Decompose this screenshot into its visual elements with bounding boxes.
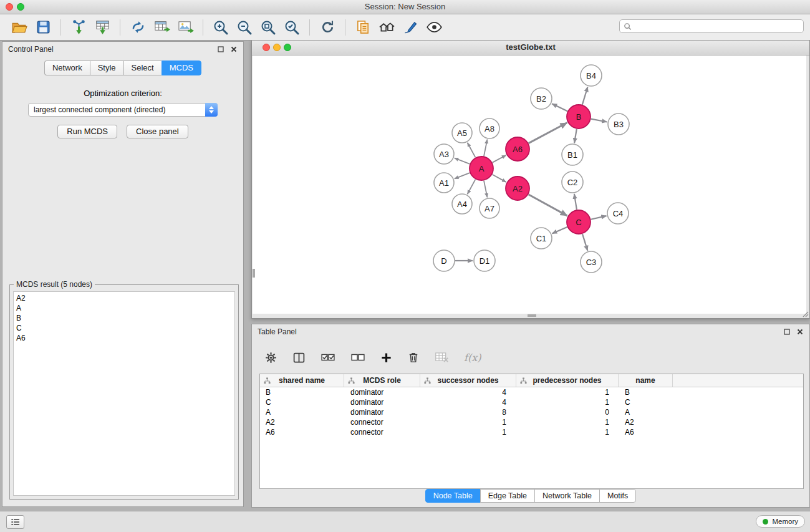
node-B4[interactable]: B4 bbox=[581, 65, 602, 86]
split-panel-button[interactable] bbox=[292, 351, 306, 364]
delete-column-button[interactable] bbox=[407, 351, 420, 364]
edge-C-C4[interactable] bbox=[591, 216, 607, 220]
run-mcds-button[interactable]: Run MCDS bbox=[57, 125, 117, 138]
column-header-successor-nodes[interactable]: successor nodes bbox=[420, 374, 516, 387]
mcds-result-item[interactable]: A2 bbox=[14, 293, 234, 303]
column-header-mcds-role[interactable]: MCDS role bbox=[344, 374, 420, 387]
criterion-select[interactable]: largest connected component (directed) bbox=[28, 103, 218, 117]
mcds-result-item[interactable]: C bbox=[14, 323, 234, 333]
edge-B-B3[interactable] bbox=[591, 119, 607, 122]
column-header-name[interactable]: name bbox=[619, 374, 673, 387]
edge-A6-B[interactable] bbox=[529, 123, 567, 143]
edge-B-B4[interactable] bbox=[582, 87, 588, 105]
table-options-button[interactable] bbox=[264, 351, 277, 364]
export-table-button[interactable] bbox=[150, 17, 173, 38]
edge-A-A3[interactable] bbox=[455, 158, 470, 163]
edge-B-B1[interactable] bbox=[574, 129, 577, 143]
edge-A2-C[interactable] bbox=[529, 195, 567, 216]
select-all-columns-button[interactable] bbox=[321, 352, 335, 363]
mcds-result-item[interactable]: A bbox=[14, 303, 234, 313]
node-A6[interactable]: A6 bbox=[506, 137, 529, 161]
import-table-button[interactable] bbox=[90, 17, 114, 38]
edge-A-A5[interactable] bbox=[468, 143, 476, 158]
deselect-all-columns-button[interactable] bbox=[350, 352, 365, 363]
network-zoom-button[interactable] bbox=[284, 44, 291, 51]
node-C2[interactable]: C2 bbox=[562, 172, 583, 193]
tab-network[interactable]: Network bbox=[44, 60, 90, 75]
show-graphics-button[interactable] bbox=[422, 17, 446, 38]
node-D[interactable]: D bbox=[433, 250, 455, 271]
zoom-in-button[interactable] bbox=[209, 17, 233, 38]
close-window-button[interactable] bbox=[6, 3, 13, 11]
zoom-fit-button[interactable] bbox=[256, 17, 280, 38]
tab-mcds[interactable]: MCDS bbox=[162, 60, 201, 75]
open-session-button[interactable] bbox=[7, 17, 31, 38]
tab-style[interactable]: Style bbox=[90, 60, 123, 75]
node-A[interactable]: A bbox=[470, 157, 493, 180]
node-A3[interactable]: A3 bbox=[434, 144, 454, 164]
edge-A-A2[interactable] bbox=[493, 175, 506, 182]
node-A7[interactable]: A7 bbox=[480, 198, 499, 218]
table-row[interactable]: A2connector11A2 bbox=[260, 417, 803, 427]
column-header-predecessor-nodes[interactable]: predecessor nodes bbox=[516, 374, 619, 387]
vertical-scrollbar[interactable] bbox=[253, 269, 255, 278]
node-C1[interactable]: C1 bbox=[531, 228, 552, 249]
node-A2[interactable]: A2 bbox=[506, 177, 529, 200]
refresh-view-button[interactable] bbox=[316, 17, 339, 38]
edge-A-A7[interactable] bbox=[484, 181, 487, 198]
resize-grip[interactable] bbox=[801, 310, 809, 317]
edge-C-C1[interactable] bbox=[552, 227, 567, 233]
log-console-button[interactable] bbox=[6, 515, 24, 529]
edge-B-B2[interactable] bbox=[552, 104, 567, 111]
import-network-button[interactable] bbox=[67, 17, 90, 38]
tab-select[interactable]: Select bbox=[123, 60, 162, 75]
memory-button[interactable]: Memory bbox=[756, 515, 805, 528]
mcds-result-item[interactable]: A6 bbox=[14, 333, 234, 343]
home-button[interactable] bbox=[375, 17, 398, 38]
save-session-button[interactable] bbox=[31, 17, 55, 38]
zoom-window-button[interactable] bbox=[17, 3, 24, 11]
tab-motifs[interactable]: Motifs bbox=[599, 489, 636, 503]
horizontal-scrollbar[interactable] bbox=[528, 314, 536, 317]
node-C3[interactable]: C3 bbox=[581, 251, 602, 273]
close-panel-action-button[interactable]: Close panel bbox=[127, 125, 188, 138]
search-input[interactable] bbox=[632, 21, 803, 31]
node-A4[interactable]: A4 bbox=[452, 194, 472, 214]
table-row[interactable]: Cdominator41C bbox=[260, 397, 803, 407]
network-minimize-button[interactable] bbox=[273, 44, 281, 51]
add-column-button[interactable] bbox=[380, 352, 392, 364]
node-B1[interactable]: B1 bbox=[562, 144, 583, 165]
node-A8[interactable]: A8 bbox=[480, 118, 499, 138]
node-C[interactable]: C bbox=[567, 210, 591, 234]
close-panel-button[interactable] bbox=[230, 46, 238, 53]
function-builder-button[interactable]: f(x) bbox=[464, 352, 481, 364]
edge-A-A1[interactable] bbox=[455, 173, 470, 178]
node-B[interactable]: B bbox=[567, 105, 591, 128]
edge-C-C2[interactable] bbox=[574, 194, 577, 210]
node-B2[interactable]: B2 bbox=[531, 88, 552, 109]
delete-table-button[interactable] bbox=[435, 351, 449, 364]
network-close-button[interactable] bbox=[263, 44, 270, 51]
tab-network-table[interactable]: Network Table bbox=[534, 489, 600, 503]
table-row[interactable]: Adominator80A bbox=[260, 407, 803, 417]
zoom-out-button[interactable] bbox=[233, 17, 256, 38]
mcds-result-item[interactable]: B bbox=[14, 313, 234, 323]
edge-A-A6[interactable] bbox=[493, 155, 506, 163]
edge-A-A4[interactable] bbox=[468, 180, 476, 195]
export-image-button[interactable] bbox=[173, 17, 197, 38]
edge-C-C3[interactable] bbox=[582, 234, 587, 251]
table-row[interactable]: A6connector11A6 bbox=[260, 427, 803, 437]
tab-node-table[interactable]: Node Table bbox=[425, 489, 481, 503]
mcds-result-list[interactable]: A2ABCA6 bbox=[13, 291, 235, 496]
new-network-button[interactable] bbox=[126, 17, 150, 38]
node-D1[interactable]: D1 bbox=[474, 250, 495, 271]
edge-A-A8[interactable] bbox=[484, 140, 487, 157]
node-A1[interactable]: A1 bbox=[434, 173, 454, 193]
float-table-panel-button[interactable] bbox=[783, 328, 791, 336]
node-A5[interactable]: A5 bbox=[452, 123, 472, 143]
node-B3[interactable]: B3 bbox=[608, 114, 629, 135]
table-row[interactable]: Bdominator41B bbox=[260, 387, 803, 397]
close-table-panel-button[interactable] bbox=[796, 328, 804, 336]
tab-edge-table[interactable]: Edge Table bbox=[480, 489, 535, 503]
node-C4[interactable]: C4 bbox=[607, 203, 629, 224]
